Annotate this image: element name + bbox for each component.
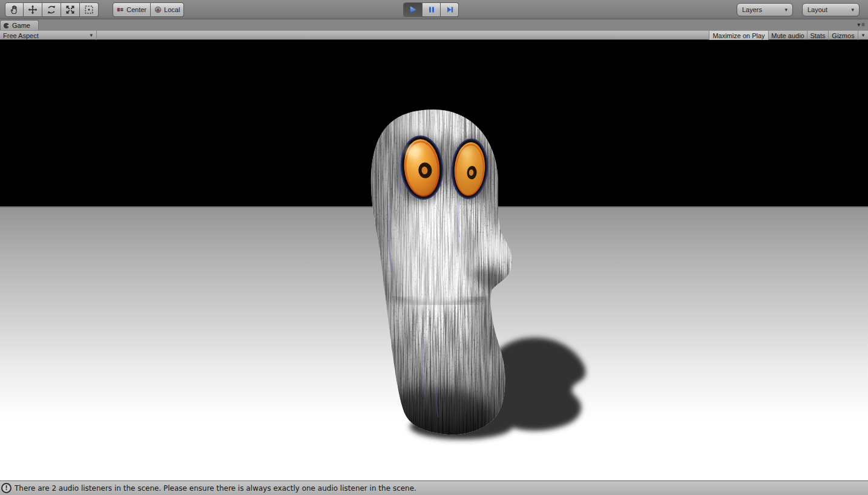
main-toolbar: Center Local [0, 0, 868, 19]
game-viewport[interactable] [0, 40, 868, 480]
hand-icon [8, 4, 21, 16]
mute-audio-label: Mute audio [771, 32, 804, 39]
scale-tool-button[interactable] [61, 2, 80, 17]
pivot-space-group: Center Local [113, 2, 184, 17]
warning-icon: ! [1, 483, 12, 493]
rotate-tool-button[interactable] [42, 2, 61, 17]
scale-icon [64, 4, 76, 16]
move-icon [27, 4, 39, 16]
gizmos-label: Gizmos [832, 32, 854, 39]
aspect-ratio-dropdown[interactable]: Free Aspect ▾ [0, 31, 97, 40]
layers-dropdown[interactable]: Layers ▾ [737, 3, 793, 16]
chevron-down-icon: ▾ [862, 33, 865, 38]
hand-tool-button[interactable] [5, 2, 24, 17]
pivot-center-label: Center [127, 6, 146, 13]
game-view-toolbar: Free Aspect ▾ Maximize on Play Mute audi… [0, 30, 868, 40]
game-tab-icon [3, 22, 10, 29]
local-cube-icon [154, 6, 162, 13]
panel-tab-bar: Game ▾≡ [0, 19, 868, 30]
play-button[interactable] [403, 2, 422, 17]
chevron-down-icon: ▾ [784, 7, 787, 13]
stats-label: Stats [810, 32, 825, 39]
gizmos-dropdown-arrow[interactable]: ▾ [858, 31, 868, 40]
aspect-ratio-value: Free Aspect [3, 32, 39, 39]
layout-dropdown-label: Layout [807, 6, 827, 13]
tool-button-group [5, 2, 99, 17]
maximize-on-play-button[interactable]: Maximize on Play [709, 31, 768, 40]
mute-audio-button[interactable]: Mute audio [768, 31, 807, 40]
rect-tool-button[interactable] [80, 2, 99, 17]
tab-game-label: Game [12, 22, 30, 29]
space-local-button[interactable]: Local [151, 2, 184, 17]
step-icon [445, 5, 455, 15]
rect-icon [83, 4, 95, 16]
gizmos-button[interactable]: Gizmos [828, 31, 858, 40]
pause-button[interactable] [422, 2, 441, 17]
move-tool-button[interactable] [24, 2, 42, 17]
chevron-down-icon: ▾ [90, 33, 93, 38]
layout-dropdown[interactable]: Layout ▾ [802, 3, 860, 16]
status-message: There are 2 audio listeners in the scene… [15, 484, 416, 493]
play-icon [407, 4, 418, 15]
menu-icon: ≡ [861, 21, 866, 28]
pivot-center-icon [117, 6, 124, 13]
tab-game[interactable]: Game [0, 20, 39, 30]
chevron-down-icon: ▾ [857, 21, 861, 28]
tab-options-menu[interactable]: ▾≡ [857, 21, 866, 28]
layers-dropdown-label: Layers [742, 6, 762, 13]
step-button[interactable] [441, 2, 459, 17]
rotate-icon [45, 4, 58, 16]
chevron-down-icon: ▾ [851, 7, 854, 13]
pivot-center-button[interactable]: Center [113, 2, 151, 17]
play-controls [403, 2, 459, 17]
stats-button[interactable]: Stats [807, 31, 828, 40]
space-local-label: Local [164, 6, 180, 13]
maximize-on-play-label: Maximize on Play [712, 32, 764, 39]
pause-icon [427, 5, 436, 15]
status-bar[interactable]: ! There are 2 audio listeners in the sce… [0, 480, 868, 495]
